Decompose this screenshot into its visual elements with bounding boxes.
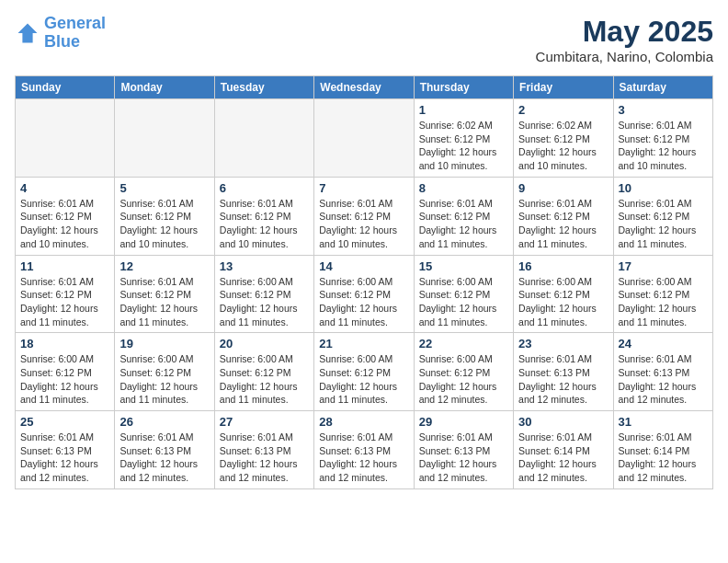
day-number: 22: [419, 337, 508, 350]
day-number: 23: [518, 337, 608, 350]
calendar-week-4: 18Sunrise: 6:00 AM Sunset: 6:12 PM Dayli…: [16, 333, 713, 411]
day-number: 9: [518, 181, 608, 195]
calendar-cell: 21Sunrise: 6:00 AM Sunset: 6:12 PM Dayli…: [314, 333, 414, 411]
calendar-cell: 10Sunrise: 6:01 AM Sunset: 6:12 PM Dayli…: [613, 177, 712, 255]
calendar-cell: 2Sunrise: 6:02 AM Sunset: 6:12 PM Daylig…: [514, 99, 613, 178]
month-year: May 2025: [536, 15, 713, 49]
calendar-cell: 6Sunrise: 6:01 AM Sunset: 6:12 PM Daylig…: [214, 177, 313, 255]
calendar-cell: 11Sunrise: 6:01 AM Sunset: 6:12 PM Dayli…: [16, 255, 115, 333]
calendar-cell: 17Sunrise: 6:00 AM Sunset: 6:12 PM Dayli…: [613, 255, 712, 333]
day-info: Sunrise: 6:02 AM Sunset: 6:12 PM Dayligh…: [419, 119, 508, 173]
day-number: 26: [119, 415, 209, 429]
day-info: Sunrise: 6:01 AM Sunset: 6:13 PM Dayligh…: [419, 431, 508, 485]
day-info: Sunrise: 6:00 AM Sunset: 6:12 PM Dayligh…: [319, 275, 408, 329]
day-number: 15: [419, 259, 508, 273]
day-info: Sunrise: 6:00 AM Sunset: 6:12 PM Dayligh…: [220, 275, 309, 329]
calendar-cell: 15Sunrise: 6:00 AM Sunset: 6:12 PM Dayli…: [414, 255, 513, 333]
day-info: Sunrise: 6:00 AM Sunset: 6:12 PM Dayligh…: [220, 352, 309, 407]
day-info: Sunrise: 6:01 AM Sunset: 6:13 PM Dayligh…: [20, 431, 109, 485]
day-number: 31: [619, 415, 708, 429]
calendar-week-5: 25Sunrise: 6:01 AM Sunset: 6:13 PM Dayli…: [16, 411, 713, 489]
day-number: 18: [20, 337, 109, 350]
calendar-cell: 4Sunrise: 6:01 AM Sunset: 6:12 PM Daylig…: [16, 177, 115, 255]
day-info: Sunrise: 6:01 AM Sunset: 6:12 PM Dayligh…: [619, 119, 708, 173]
calendar-cell: [115, 99, 214, 178]
logo: General Blue: [15, 15, 106, 52]
logo-text-line2: Blue: [44, 33, 106, 52]
calendar-cell: 20Sunrise: 6:00 AM Sunset: 6:12 PM Dayli…: [214, 333, 313, 411]
calendar-cell: 19Sunrise: 6:00 AM Sunset: 6:12 PM Dayli…: [115, 333, 214, 411]
day-info: Sunrise: 6:00 AM Sunset: 6:12 PM Dayligh…: [119, 352, 209, 407]
calendar-cell: 8Sunrise: 6:01 AM Sunset: 6:12 PM Daylig…: [414, 177, 513, 255]
day-number: 11: [20, 259, 109, 273]
calendar-cell: 9Sunrise: 6:01 AM Sunset: 6:12 PM Daylig…: [514, 177, 613, 255]
calendar-cell: 30Sunrise: 6:01 AM Sunset: 6:14 PM Dayli…: [514, 411, 613, 489]
calendar-cell: 7Sunrise: 6:01 AM Sunset: 6:12 PM Daylig…: [314, 177, 414, 255]
day-info: Sunrise: 6:00 AM Sunset: 6:12 PM Dayligh…: [518, 275, 608, 329]
calendar-header-monday: Monday: [115, 76, 214, 99]
day-number: 4: [20, 181, 109, 195]
calendar-header-friday: Friday: [514, 76, 613, 99]
day-info: Sunrise: 6:01 AM Sunset: 6:14 PM Dayligh…: [619, 431, 708, 485]
day-info: Sunrise: 6:01 AM Sunset: 6:12 PM Dayligh…: [220, 197, 309, 251]
day-info: Sunrise: 6:00 AM Sunset: 6:12 PM Dayligh…: [419, 352, 508, 407]
title-block: May 2025 Cumbitara, Narino, Colombia: [536, 15, 713, 64]
calendar-cell: 22Sunrise: 6:00 AM Sunset: 6:12 PM Dayli…: [414, 333, 513, 411]
calendar-week-3: 11Sunrise: 6:01 AM Sunset: 6:12 PM Dayli…: [16, 255, 713, 333]
day-number: 25: [20, 415, 109, 429]
day-info: Sunrise: 6:01 AM Sunset: 6:13 PM Dayligh…: [619, 352, 708, 407]
day-info: Sunrise: 6:01 AM Sunset: 6:14 PM Dayligh…: [518, 431, 608, 485]
day-number: 13: [220, 259, 309, 273]
calendar-cell: 13Sunrise: 6:00 AM Sunset: 6:12 PM Dayli…: [214, 255, 313, 333]
calendar-cell: 18Sunrise: 6:00 AM Sunset: 6:12 PM Dayli…: [16, 333, 115, 411]
calendar-header-row: SundayMondayTuesdayWednesdayThursdayFrid…: [16, 76, 713, 99]
day-number: 6: [220, 181, 309, 195]
day-number: 1: [419, 103, 508, 117]
svg-marker-0: [18, 23, 38, 42]
calendar-cell: [214, 99, 313, 178]
day-info: Sunrise: 6:01 AM Sunset: 6:13 PM Dayligh…: [518, 352, 608, 407]
day-info: Sunrise: 6:01 AM Sunset: 6:12 PM Dayligh…: [419, 197, 508, 251]
day-number: 30: [518, 415, 608, 429]
day-info: Sunrise: 6:00 AM Sunset: 6:12 PM Dayligh…: [619, 275, 708, 329]
calendar-cell: 1Sunrise: 6:02 AM Sunset: 6:12 PM Daylig…: [414, 99, 513, 178]
calendar-week-2: 4Sunrise: 6:01 AM Sunset: 6:12 PM Daylig…: [16, 177, 713, 255]
day-number: 16: [518, 259, 608, 273]
calendar-cell: 27Sunrise: 6:01 AM Sunset: 6:13 PM Dayli…: [214, 411, 313, 489]
day-number: 7: [319, 181, 408, 195]
logo-text-line1: General: [44, 15, 106, 33]
calendar-header-thursday: Thursday: [414, 76, 513, 99]
calendar-cell: 12Sunrise: 6:01 AM Sunset: 6:12 PM Dayli…: [115, 255, 214, 333]
calendar-cell: 23Sunrise: 6:01 AM Sunset: 6:13 PM Dayli…: [514, 333, 613, 411]
day-number: 29: [419, 415, 508, 429]
calendar-cell: 26Sunrise: 6:01 AM Sunset: 6:13 PM Dayli…: [115, 411, 214, 489]
day-info: Sunrise: 6:01 AM Sunset: 6:12 PM Dayligh…: [20, 275, 109, 329]
day-number: 2: [518, 103, 608, 117]
day-info: Sunrise: 6:02 AM Sunset: 6:12 PM Dayligh…: [518, 119, 608, 173]
calendar-table: SundayMondayTuesdayWednesdayThursdayFrid…: [15, 75, 713, 489]
day-info: Sunrise: 6:01 AM Sunset: 6:12 PM Dayligh…: [619, 197, 708, 251]
calendar-cell: [16, 99, 115, 178]
day-info: Sunrise: 6:00 AM Sunset: 6:12 PM Dayligh…: [419, 275, 508, 329]
day-number: 24: [619, 337, 708, 350]
day-info: Sunrise: 6:01 AM Sunset: 6:12 PM Dayligh…: [20, 197, 109, 251]
calendar-header-sunday: Sunday: [16, 76, 115, 99]
day-number: 27: [220, 415, 309, 429]
calendar-week-1: 1Sunrise: 6:02 AM Sunset: 6:12 PM Daylig…: [16, 99, 713, 178]
day-number: 28: [319, 415, 408, 429]
day-number: 10: [619, 181, 708, 195]
day-info: Sunrise: 6:01 AM Sunset: 6:12 PM Dayligh…: [319, 197, 408, 251]
day-number: 8: [419, 181, 508, 195]
calendar-cell: 5Sunrise: 6:01 AM Sunset: 6:12 PM Daylig…: [115, 177, 214, 255]
calendar-cell: 16Sunrise: 6:00 AM Sunset: 6:12 PM Dayli…: [514, 255, 613, 333]
calendar-cell: 29Sunrise: 6:01 AM Sunset: 6:13 PM Dayli…: [414, 411, 513, 489]
day-number: 20: [220, 337, 309, 350]
day-info: Sunrise: 6:00 AM Sunset: 6:12 PM Dayligh…: [319, 352, 408, 407]
calendar-cell: [314, 99, 414, 178]
location: Cumbitara, Narino, Colombia: [536, 49, 713, 64]
day-number: 3: [619, 103, 708, 117]
calendar-cell: 25Sunrise: 6:01 AM Sunset: 6:13 PM Dayli…: [16, 411, 115, 489]
day-number: 5: [119, 181, 209, 195]
day-number: 19: [119, 337, 209, 350]
calendar-header-saturday: Saturday: [613, 76, 712, 99]
